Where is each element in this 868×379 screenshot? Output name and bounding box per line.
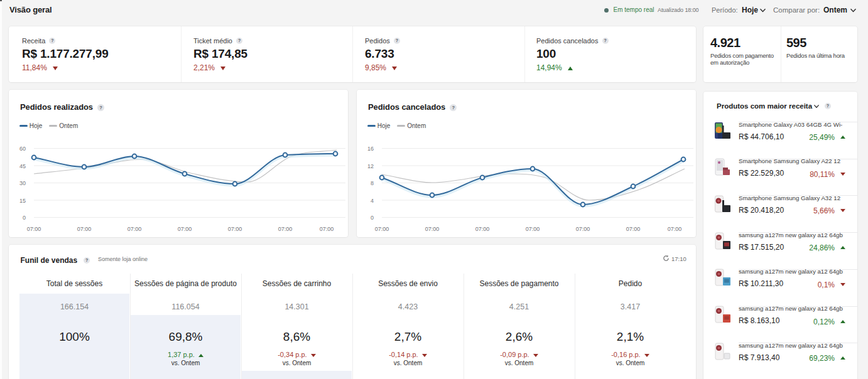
svg-text:0: 0 [23, 215, 26, 221]
svg-text:15: 15 [19, 198, 26, 204]
svg-text:07:00: 07:00 [27, 226, 41, 232]
svg-text:07:00: 07:00 [475, 226, 490, 232]
svg-text:60: 60 [19, 146, 26, 152]
svg-text:8: 8 [371, 180, 374, 186]
svg-text:07:00: 07:00 [77, 226, 92, 232]
svg-text:12: 12 [367, 163, 374, 169]
svg-text:07:00: 07:00 [668, 226, 682, 232]
svg-text:07:00: 07:00 [278, 226, 293, 232]
svg-text:30: 30 [19, 180, 26, 186]
svg-text:07:00: 07:00 [425, 226, 440, 232]
svg-text:07:00: 07:00 [228, 226, 242, 232]
svg-text:07:00: 07:00 [127, 226, 142, 232]
svg-text:07:00: 07:00 [320, 226, 334, 232]
svg-text:4: 4 [371, 198, 374, 204]
svg-text:07:00: 07:00 [576, 226, 590, 232]
svg-text:16: 16 [367, 146, 374, 152]
svg-text:07:00: 07:00 [626, 226, 641, 232]
svg-text:07:00: 07:00 [178, 226, 192, 232]
svg-text:0: 0 [371, 215, 374, 221]
svg-text:07:00: 07:00 [526, 226, 540, 232]
svg-text:45: 45 [19, 163, 26, 169]
svg-text:07:00: 07:00 [375, 226, 389, 232]
